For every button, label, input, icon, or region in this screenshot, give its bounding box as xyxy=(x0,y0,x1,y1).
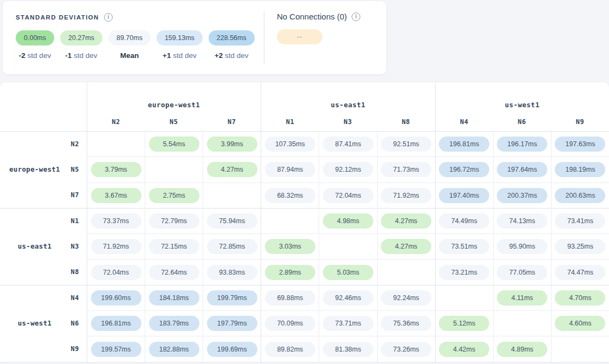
info-icon[interactable]: i xyxy=(352,12,360,21)
matrix-cell: 73.51ms xyxy=(435,233,493,259)
matrix-cell: 74.49ms xyxy=(435,208,493,233)
latency-pill[interactable]: 72.64ms xyxy=(149,265,199,280)
latency-pill[interactable]: 199.79ms xyxy=(207,290,257,306)
legend-pill-label: -1 std dev xyxy=(65,51,97,60)
matrix-cell: 2.75ms xyxy=(145,183,203,208)
latency-pill[interactable]: 3.03ms xyxy=(265,239,315,254)
row-label-N5: europe-west1N5 xyxy=(0,157,87,182)
latency-pill[interactable]: 5.12ms xyxy=(439,316,489,331)
matrix-cell: 72.64ms xyxy=(145,259,203,284)
latency-pill[interactable]: 3.99ms xyxy=(207,136,257,152)
page: STANDARD DEVIATION i 0.00ms-2 std dev20.… xyxy=(0,0,609,364)
latency-pill[interactable]: 3.67ms xyxy=(91,188,141,203)
latency-pill[interactable]: 107.35ms xyxy=(265,136,315,152)
latency-pill[interactable]: 92.46ms xyxy=(323,290,373,306)
latency-pill[interactable]: 2.89ms xyxy=(265,265,315,280)
latency-pill[interactable]: 4.70ms xyxy=(555,290,605,306)
latency-pill[interactable]: 196.72ms xyxy=(439,162,489,177)
latency-pill[interactable]: 197.64ms xyxy=(497,162,547,177)
matrix-cell: 92.46ms xyxy=(319,285,377,310)
matrix-cell: 75.36ms xyxy=(377,310,435,336)
latency-pill[interactable]: 87.41ms xyxy=(323,136,373,152)
latency-pill[interactable]: 4.89ms xyxy=(497,342,547,357)
matrix-cell: 199.57ms xyxy=(87,336,145,361)
latency-pill[interactable]: 184.18ms xyxy=(149,290,199,306)
latency-pill[interactable]: 74.13ms xyxy=(497,213,547,229)
latency-pill[interactable]: 5.54ms xyxy=(149,136,199,152)
latency-pill[interactable]: 73.71ms xyxy=(323,316,373,331)
matrix-cell: 197.40ms xyxy=(435,183,493,208)
latency-pill[interactable]: 4.27ms xyxy=(207,162,257,177)
latency-pill[interactable]: 200.63ms xyxy=(555,188,605,203)
latency-pill[interactable]: 71.92ms xyxy=(91,239,141,254)
latency-pill[interactable]: 4.11ms xyxy=(497,290,547,306)
latency-pill[interactable]: 199.69ms xyxy=(207,342,257,357)
latency-pill[interactable]: 81.38ms xyxy=(323,342,373,357)
latency-pill[interactable]: 74.49ms xyxy=(439,213,489,229)
latency-pill[interactable]: 72.79ms xyxy=(149,213,199,229)
latency-pill[interactable]: 2.75ms xyxy=(149,188,199,203)
latency-pill[interactable]: 89.82ms xyxy=(265,342,315,357)
matrix-cell: 4.11ms xyxy=(493,285,551,310)
matrix-cell xyxy=(203,183,261,208)
latency-pill[interactable]: 72.04ms xyxy=(323,188,373,203)
latency-pill[interactable]: 183.79ms xyxy=(149,316,199,331)
latency-pill[interactable]: 199.57ms xyxy=(91,342,141,357)
latency-pill[interactable]: 73.21ms xyxy=(439,265,489,280)
latency-pill[interactable]: 73.26ms xyxy=(381,342,431,357)
latency-pill[interactable]: 92.24ms xyxy=(381,290,431,306)
latency-pill[interactable]: 72.15ms xyxy=(149,239,199,254)
legend-card: STANDARD DEVIATION i 0.00ms-2 std dev20.… xyxy=(3,1,386,74)
row-label-N3: us-east1N3 xyxy=(0,233,87,259)
matrix-cell: 72.79ms xyxy=(145,208,203,233)
latency-pill[interactable]: 73.51ms xyxy=(439,239,489,254)
latency-pill[interactable]: 68.32ms xyxy=(265,188,315,203)
latency-pill[interactable]: 92.12ms xyxy=(323,162,373,177)
latency-pill[interactable]: 4.27ms xyxy=(381,213,431,229)
latency-pill[interactable]: 71.73ms xyxy=(381,162,431,177)
latency-pill[interactable]: 196.81ms xyxy=(91,316,141,331)
matrix-cell: 73.21ms xyxy=(435,259,493,284)
latency-pill[interactable]: 93.83ms xyxy=(207,265,257,280)
latency-pill[interactable]: 3.79ms xyxy=(91,162,141,177)
matrix-cell: 69.88ms xyxy=(261,285,319,310)
matrix-cell: 70.09ms xyxy=(261,310,319,336)
latency-pill[interactable]: 4.98ms xyxy=(323,213,373,229)
latency-pill[interactable]: 77.05ms xyxy=(497,265,547,280)
latency-pill[interactable]: 200.37ms xyxy=(497,188,547,203)
matrix-cell: 5.03ms xyxy=(319,259,377,284)
column-header-N1: N1 xyxy=(261,113,319,131)
info-icon[interactable]: i xyxy=(104,13,113,22)
matrix-cell xyxy=(435,285,493,310)
latency-pill[interactable]: 75.36ms xyxy=(381,316,431,331)
latency-pill[interactable]: 74.47ms xyxy=(555,265,605,280)
latency-pill[interactable]: 196.81ms xyxy=(439,136,489,152)
latency-pill[interactable]: 198.19ms xyxy=(555,162,605,177)
latency-pill[interactable]: 196.17ms xyxy=(497,136,547,152)
latency-pill[interactable]: 182.88ms xyxy=(149,342,199,357)
latency-pill[interactable]: 73.41ms xyxy=(555,213,605,229)
latency-pill[interactable]: 197.40ms xyxy=(439,188,489,203)
latency-pill[interactable]: 72.85ms xyxy=(207,239,257,254)
latency-pill[interactable]: 71.92ms xyxy=(381,188,431,203)
latency-pill[interactable]: 5.03ms xyxy=(323,265,373,280)
latency-pill[interactable]: 92.51ms xyxy=(381,136,431,152)
matrix-cell xyxy=(551,336,609,361)
latency-pill[interactable]: 197.63ms xyxy=(555,136,605,152)
latency-pill[interactable]: 4.42ms xyxy=(439,342,489,357)
latency-pill[interactable]: 93.25ms xyxy=(555,239,605,254)
matrix-cell: 92.51ms xyxy=(377,131,435,157)
latency-pill[interactable]: 70.09ms xyxy=(265,316,315,331)
latency-pill[interactable]: 75.94ms xyxy=(207,213,257,229)
latency-pill[interactable]: 95.90ms xyxy=(497,239,547,254)
matrix-cell: 5.54ms xyxy=(145,131,203,157)
latency-pill[interactable]: 4.60ms xyxy=(555,316,605,331)
latency-pill[interactable]: 73.37ms xyxy=(91,213,141,229)
latency-pill[interactable]: 199.60ms xyxy=(91,290,141,306)
latency-pill[interactable]: 87.94ms xyxy=(265,162,315,177)
row-label-N8: N8 xyxy=(0,259,87,284)
latency-pill[interactable]: 69.88ms xyxy=(265,290,315,306)
latency-pill[interactable]: 197.79ms xyxy=(207,316,257,331)
latency-pill[interactable]: 72.04ms xyxy=(91,265,141,280)
latency-pill[interactable]: 4.27ms xyxy=(381,239,431,254)
